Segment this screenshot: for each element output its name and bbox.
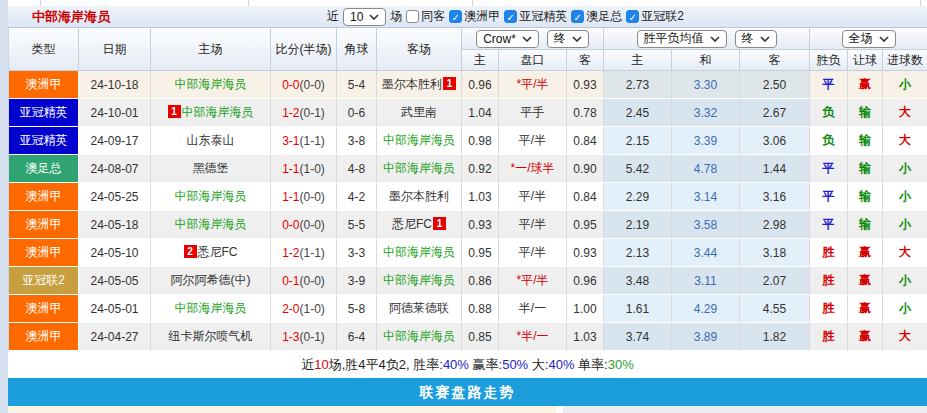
half-time-score: (0-1) (300, 330, 325, 344)
league-badge: 澳洲甲 (9, 71, 79, 99)
asian-odds-header: Crow* 终 (462, 28, 604, 50)
home-team-cell: 2悉尼FC (151, 239, 271, 267)
home-team-cell: 中部海岸海员 (151, 211, 271, 239)
europe-stage-select[interactable]: 终 (735, 30, 777, 48)
corners-cell: 4-8 (337, 155, 377, 183)
away-team-cell: 中部海岸海员 (377, 239, 462, 267)
euro-away-odds: 4.55 (740, 295, 810, 323)
asian-away-odds: 1.03 (567, 323, 604, 351)
euro-draw-odds: 4.78 (672, 155, 740, 183)
result-cell: 平 (810, 155, 848, 183)
handicap-line: 平手 (499, 99, 567, 127)
euro-home-odds: 2.15 (604, 127, 672, 155)
chevron-down-icon (710, 36, 720, 42)
goals-over-under-cell: 大 (883, 127, 927, 155)
record-summary: 近10场,胜4平4负2, 胜率:40% 赢率:50% 大:40% 单率:30% (8, 351, 927, 378)
score-cell: 1-2(0-1) (271, 99, 337, 127)
half-time-score: (0-1) (300, 106, 325, 120)
euro-draw-odds: 3.11 (672, 267, 740, 295)
summary-segment: 40% (548, 357, 574, 372)
asian-home-odds: 0.93 (462, 211, 499, 239)
goals-over-under-cell: 大 (883, 239, 927, 267)
bookmaker-select[interactable]: Crow* (476, 30, 539, 48)
scope-select[interactable]: 全场 (842, 30, 896, 48)
filter-australia-cup[interactable]: ✓ 澳足总 (571, 8, 622, 25)
league-badge: 澳洲甲 (9, 295, 79, 323)
filter-aleague[interactable]: ✓ 澳洲甲 (449, 8, 500, 25)
euro-away-odds: 2.50 (740, 71, 810, 99)
subcol-asian-away: 客 (567, 50, 604, 71)
league-badge: 澳洲甲 (9, 239, 79, 267)
filter-acl2[interactable]: ✓ 亚冠联2 (626, 8, 684, 25)
euro-draw-odds: 4.29 (672, 295, 740, 323)
same-away-filter[interactable]: ✓ 同客 (406, 8, 445, 25)
league-badge: 亚冠精英 (9, 127, 79, 155)
filter-acl-elite[interactable]: ✓ 亚冠精英 (504, 8, 567, 25)
corners-cell: 0-6 (337, 99, 377, 127)
handicap-cover-cell: 输 (848, 211, 883, 239)
goals-over-under-cell: 小 (883, 155, 927, 183)
corners-cell: 4-2 (337, 183, 377, 211)
same-away-checkbox[interactable]: ✓ (406, 10, 419, 23)
match-row: 亚冠联2 24-05-05 阿尔阿希德(中) 0-1(0-0) 3-9 中部海岸… (9, 267, 927, 295)
asian-home-odds: 0.95 (462, 239, 499, 267)
match-row: 澳洲甲 24-04-27 纽卡斯尔喷气机 1-3(0-1) 6-4 中部海岸海员… (9, 323, 927, 351)
league-badge: 澳洲甲 (9, 323, 79, 351)
summary-segment: 50% (502, 357, 528, 372)
subcol-goals: 进球数 (883, 50, 927, 71)
euro-draw-odds: 3.32 (672, 99, 740, 127)
next-section-gap (556, 406, 563, 413)
away-team-cell: 阿德莱德联 (377, 295, 462, 323)
corners-cell: 5-4 (337, 71, 377, 99)
asian-away-odds: 0.93 (567, 239, 604, 267)
goals-over-under-cell: 小 (883, 211, 927, 239)
match-count-select[interactable]: 10 (343, 8, 386, 26)
match-row: 澳洲甲 24-05-25 中部海岸海员 1-1(0-0) 4-2 墨尔本胜利 1… (9, 183, 927, 211)
handicap-line: 半/一 (499, 295, 567, 323)
filter-acl-elite-checkbox[interactable]: ✓ (504, 10, 517, 23)
euro-away-odds: 2.67 (740, 99, 810, 127)
europe-odds-select[interactable]: 胜平负均值 (637, 30, 727, 48)
bookmaker-stage-select[interactable]: 终 (547, 30, 589, 48)
handicap-line: *一/球半 (499, 155, 567, 183)
chevron-down-icon (369, 14, 379, 20)
europe-stage-value: 终 (742, 30, 754, 47)
scope-value: 全场 (849, 30, 873, 47)
match-count-value: 10 (350, 10, 363, 24)
handicap-line: 平/半 (499, 183, 567, 211)
filter-aleague-checkbox[interactable]: ✓ (449, 10, 462, 23)
euro-home-odds: 2.73 (604, 71, 672, 99)
full-time-score: 1-2 (282, 106, 299, 120)
result-cell: 胜 (810, 323, 848, 351)
filter-aleague-label: 澳洲甲 (464, 8, 500, 25)
handicap-line: 平/半 (499, 239, 567, 267)
league-badge: 澳洲甲 (9, 183, 79, 211)
bookmaker-value: Crow* (483, 32, 516, 46)
away-team-cell: 中部海岸海员 (377, 323, 462, 351)
league-badge: 亚冠联2 (9, 267, 79, 295)
match-date: 24-05-10 (79, 239, 151, 267)
home-team-name: 纽卡斯尔喷气机 (169, 329, 253, 343)
filter-acl2-checkbox[interactable]: ✓ (626, 10, 639, 23)
asian-away-odds: 0.84 (567, 183, 604, 211)
home-team-name: 中部海岸海员 (175, 189, 247, 203)
away-team-cell: 中部海岸海员 (377, 267, 462, 295)
home-team-name: 黑德堡 (193, 161, 229, 175)
title-bar: 中部海岸海员 近 10 场 ✓ 同客 ✓ 澳洲甲 ✓ 亚冠精英 (8, 6, 927, 28)
handicap-cover-cell: 赢 (848, 239, 883, 267)
match-date: 24-08-07 (79, 155, 151, 183)
summary-segment: 10 (314, 357, 328, 372)
asian-away-odds: 0.78 (567, 99, 604, 127)
match-row: 澳足总 24-08-07 黑德堡 1-1(1-0) 4-8 中部海岸海员 0.9… (9, 155, 927, 183)
asian-away-odds: 1.00 (567, 295, 604, 323)
col-type: 类型 (9, 28, 79, 71)
filter-australia-cup-checkbox[interactable]: ✓ (571, 10, 584, 23)
asian-home-odds: 0.96 (462, 71, 499, 99)
full-time-score: 1-2 (282, 246, 299, 260)
home-team-name: 悉尼FC (198, 245, 238, 259)
result-cell: 平 (810, 211, 848, 239)
filter-australia-cup-label: 澳足总 (586, 8, 622, 25)
asian-home-odds: 1.03 (462, 183, 499, 211)
match-date: 24-10-18 (79, 71, 151, 99)
home-team-cell: 纽卡斯尔喷气机 (151, 323, 271, 351)
